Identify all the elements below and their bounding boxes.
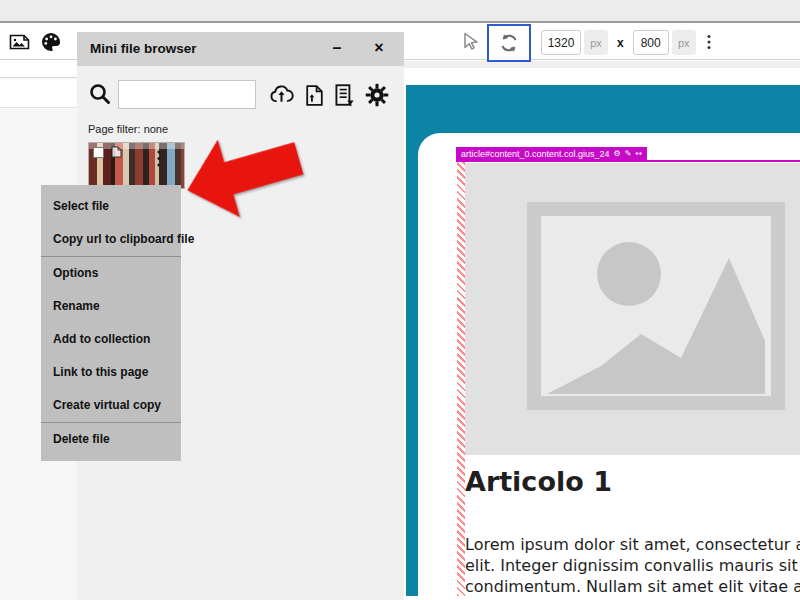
selection-tag-label: article#content_0.content.col.gius_24 [461,147,610,161]
preview-margin [404,68,800,85]
menu-item-add-to-collection[interactable]: Add to collection [41,323,181,356]
menu-item-select-file[interactable]: Select file [41,190,181,223]
menu-item-delete-file[interactable]: Delete file [41,423,181,456]
width-unit-label: px [584,30,608,55]
selection-left-hatch [457,162,465,596]
dimension-separator: x [617,36,624,50]
cursor-tool-icon[interactable] [458,29,484,55]
pencil-icon[interactable]: ✎ [625,147,632,161]
gear-icon[interactable]: ⚙ [614,147,621,161]
gear-icon[interactable] [363,81,391,109]
height-unit-label: px [672,30,696,55]
overflow-menu-icon[interactable] [698,31,720,53]
search-input[interactable] [118,80,256,109]
thumbnail-copy-icon[interactable] [110,145,122,158]
paragraph-line: condimentum. Nullam sit amet elit vitae … [465,576,800,596]
window-top-strip [0,0,800,21]
article-paragraph: Lorem ipsum dolor sit amet, consectetur … [465,534,800,596]
file-context-menu: Select file Copy url to clipboard file O… [41,185,181,461]
left-collapsed-row-2 [0,79,77,108]
refresh-button[interactable] [487,24,531,62]
refresh-icon [497,31,521,55]
menu-item-options[interactable]: Options [41,257,181,290]
panel-title: Mini file browser [90,32,197,66]
palette-icon[interactable] [38,29,64,55]
document-filter-icon[interactable] [330,81,358,109]
viewport-width-input[interactable] [541,30,581,55]
panel-title-bar[interactable]: Mini file browser – × [77,32,404,66]
menu-item-rename[interactable]: Rename [41,290,181,323]
thumbnail-checkbox[interactable] [93,147,104,158]
close-button[interactable]: × [368,32,390,66]
menu-item-create-virtual-copy[interactable]: Create virtual copy [41,389,181,422]
file-thumbnail[interactable] [88,142,185,189]
viewport-size-controls: px x px [541,30,696,55]
preview-page[interactable]: article#content_0.content.col.gius_24 ⚙ … [418,133,800,596]
image-file-icon[interactable] [7,29,33,55]
page-filter-label: Page filter: none [88,123,168,135]
placeholder-frame [527,202,785,410]
page-preview-area: article#content_0.content.col.gius_24 ⚙ … [406,85,800,596]
selection-top-border [456,160,800,162]
viewport-height-input[interactable] [633,30,669,55]
menu-item-link-to-page[interactable]: Link to this page [41,356,181,389]
paragraph-line: Lorem ipsum dolor sit amet, consectetur … [465,534,800,555]
placeholder-image-icon [541,216,771,396]
thumbnail-menu-icon[interactable] [156,149,162,169]
resize-icon[interactable]: ↔ [635,147,642,161]
article-heading: Articolo 1 [465,466,612,497]
paragraph-line: elit. Integer dignissim convallis mauris… [465,555,800,576]
search-icon[interactable] [87,81,113,107]
selection-breadcrumb-tag[interactable]: article#content_0.content.col.gius_24 ⚙ … [456,147,647,161]
minimize-button[interactable]: – [326,32,348,66]
file-upload-icon[interactable] [300,81,328,109]
cloud-upload-icon[interactable] [267,81,295,109]
article-image-placeholder[interactable] [465,163,800,455]
toolbar-sub-band [404,61,800,68]
menu-item-copy-url[interactable]: Copy url to clipboard file [41,223,181,256]
left-collapsed-row-1 [0,61,77,78]
